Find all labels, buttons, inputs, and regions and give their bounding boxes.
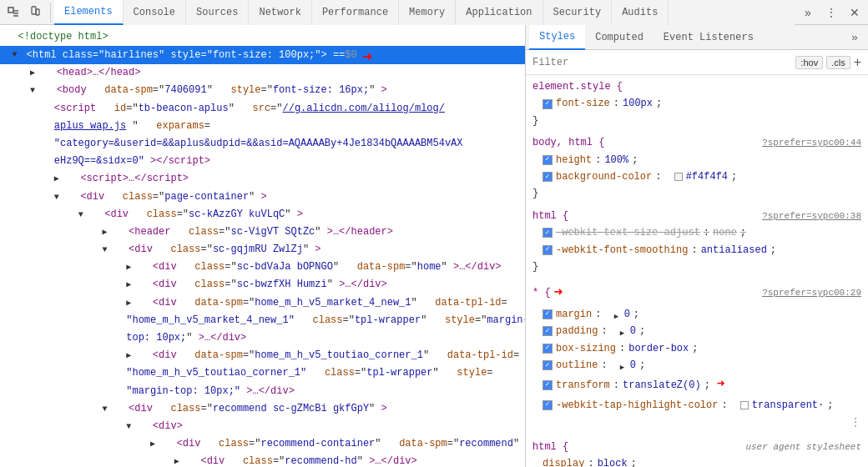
expand-arrow[interactable]: ▶ bbox=[150, 438, 159, 451]
tab-console[interactable]: Console bbox=[124, 0, 186, 25]
cls-button[interactable]: .cls bbox=[826, 56, 850, 69]
css-prop: transform : translateZ(0) ; ➜ bbox=[542, 374, 861, 396]
dom-line: "category=&userid=&&aplus&udpid=&&asid=A… bbox=[0, 135, 525, 153]
prop-checkbox[interactable] bbox=[542, 155, 553, 165]
inspect-button[interactable] bbox=[3, 3, 23, 23]
dom-line: ▶ <div data-spm="home_m_h_v5_toutiao_cor… bbox=[0, 347, 525, 364]
expand-arrow[interactable]: ▼ bbox=[54, 191, 63, 204]
tab-styles[interactable]: Styles bbox=[529, 25, 585, 50]
prop-checkbox[interactable] bbox=[542, 380, 553, 390]
dom-line: "home_m_h_v5_toutiao_corner_1" class="tp… bbox=[0, 364, 525, 382]
css-prop: background-color : #f4f4f4 ; bbox=[542, 168, 861, 185]
close-button[interactable]: ✕ bbox=[845, 3, 865, 23]
color-swatch[interactable] bbox=[674, 173, 683, 181]
expand-arrow[interactable]: ▼ bbox=[102, 244, 110, 257]
expand-arrow[interactable]: ▶ bbox=[30, 67, 38, 80]
expand-arrow[interactable]: ▶ bbox=[126, 297, 134, 310]
dom-line: <!doctype html> bbox=[0, 28, 525, 46]
expand-triangle[interactable]: ▶ bbox=[620, 328, 627, 334]
expand-arrow[interactable]: ▶ bbox=[54, 173, 63, 186]
prop-checkbox[interactable] bbox=[542, 309, 553, 319]
tab-network[interactable]: Network bbox=[249, 0, 311, 25]
dom-line: aplus_wap.js " exparams= bbox=[0, 118, 525, 135]
style-rule-html: html { ?sprefer=sypc00:38 -webkit-text-s… bbox=[532, 208, 861, 276]
dom-line: "home_m_h_v5_market_4_new_1" class="tpl-… bbox=[0, 312, 525, 329]
expand-arrow[interactable]: ▼ bbox=[30, 84, 38, 98]
dom-line: ▶ <div data-spm="home_m_h_v5_market_4_ne… bbox=[0, 294, 525, 312]
dom-line: <script id="tb-beacon-aplus" src="//g.al… bbox=[0, 100, 525, 118]
styles-panel: Styles Computed Event Listeners » :hov .… bbox=[526, 25, 868, 467]
rule-source[interactable]: ?sprefer=sypc00:44 bbox=[762, 135, 861, 151]
prop-checkbox[interactable] bbox=[542, 360, 553, 370]
tab-security[interactable]: Security bbox=[543, 0, 613, 25]
dom-line: ▶ <script>…</script> bbox=[0, 170, 525, 188]
dom-line: ▶ <div class="recommend-container" data-… bbox=[0, 435, 525, 453]
css-prop: margin : ▶ 0 ; bbox=[542, 306, 861, 323]
expand-arrow[interactable]: ▶ bbox=[126, 349, 134, 363]
prop-checkbox[interactable] bbox=[542, 245, 553, 255]
rule-source[interactable]: ?sprefer=sypc00:29 bbox=[762, 285, 861, 301]
red-arrow-star: ➜ bbox=[554, 280, 563, 306]
prop-checkbox[interactable] bbox=[542, 344, 553, 354]
svg-rect-4 bbox=[32, 7, 36, 14]
expand-arrow[interactable]: ▼ bbox=[78, 208, 87, 222]
dom-line: ▶ <div class="recommend-hd" >…</div> bbox=[0, 453, 525, 467]
dom-line: eHz9Q==&sidx=0" ></script> bbox=[0, 153, 525, 170]
expand-arrow[interactable]: ▶ bbox=[102, 226, 110, 239]
expand-arrow[interactable]: ▶ bbox=[126, 261, 134, 274]
style-rule-element: element.style { font-size : 100px ; } bbox=[532, 78, 861, 129]
tab-sources[interactable]: Sources bbox=[186, 0, 249, 25]
expand-arrow[interactable]: ▼ bbox=[102, 403, 110, 416]
expand-triangle[interactable]: ▶ bbox=[620, 362, 627, 369]
main-layout: <!doctype html> ▼ <html class="hairlines… bbox=[0, 25, 868, 467]
expand-arrow[interactable]: ▼ bbox=[126, 420, 134, 434]
style-rule-star: * { ➜ ?sprefer=sypc00:29 margin : ▶ 0 ; bbox=[532, 280, 861, 434]
color-swatch-transparent[interactable] bbox=[740, 401, 749, 409]
customize-button[interactable]: ⋮ bbox=[821, 3, 841, 23]
dom-line: ▼ <div class="page-container" > bbox=[0, 188, 525, 206]
more-options-button[interactable]: ⋮ bbox=[850, 414, 861, 434]
dom-line: ▼ <div class="recommend sc-gZMcBi gkfGpY… bbox=[0, 400, 525, 418]
dom-line: ▼ <div> bbox=[0, 418, 525, 435]
red-arrow-transform: ➜ bbox=[717, 374, 725, 396]
expand-triangle[interactable]: ▶ bbox=[614, 311, 621, 318]
filter-bar: :hov .cls + bbox=[526, 50, 868, 75]
devtools-toolbar: Elements Console Sources Network Perform… bbox=[0, 0, 868, 25]
add-style-button[interactable]: + bbox=[854, 55, 861, 70]
prop-checkbox[interactable] bbox=[542, 228, 553, 238]
prop-checkbox[interactable] bbox=[542, 172, 553, 182]
expand-arrow[interactable]: ▶ bbox=[174, 455, 183, 467]
dom-line-html[interactable]: ▼ <html class="hairlines" style="font-si… bbox=[0, 46, 525, 64]
css-prop: -webkit-font-smoothing : antialiased ; bbox=[542, 242, 861, 259]
tab-audits[interactable]: Audits bbox=[612, 0, 669, 25]
tab-application[interactable]: Application bbox=[456, 0, 542, 25]
expand-arrow[interactable]: ▼ bbox=[12, 48, 20, 62]
css-prop: height : 100% ; bbox=[542, 152, 861, 168]
filter-input[interactable] bbox=[532, 57, 792, 68]
tab-event-listeners[interactable]: Event Listeners bbox=[654, 25, 764, 50]
tab-computed[interactable]: Computed bbox=[585, 25, 654, 50]
more-right-tabs-button[interactable]: » bbox=[845, 28, 865, 48]
more-tabs-button[interactable]: » bbox=[798, 3, 818, 23]
tab-performance[interactable]: Performance bbox=[312, 0, 399, 25]
elements-panel: <!doctype html> ▼ <html class="hairlines… bbox=[0, 25, 526, 467]
dom-tree[interactable]: <!doctype html> ▼ <html class="hairlines… bbox=[0, 25, 525, 467]
styles-content: element.style { font-size : 100px ; } bo… bbox=[526, 75, 868, 467]
tab-elements[interactable]: Elements bbox=[54, 0, 124, 25]
expand-arrow[interactable]: ▶ bbox=[126, 279, 134, 292]
dom-line: ▼ <div class="sc-kAzzGY kuVLqC" > bbox=[0, 206, 525, 223]
prop-checkbox[interactable] bbox=[542, 99, 553, 109]
dom-line: ▶ <header class="sc-VigVT SQtZc" >…</hea… bbox=[0, 223, 525, 241]
prop-checkbox[interactable] bbox=[542, 326, 553, 336]
dom-line: ▼ <div class="sc-gqjmRU ZwlZj" > bbox=[0, 241, 525, 259]
style-rule-ua-html: html { user agent stylesheet display : b… bbox=[532, 439, 861, 467]
hov-button[interactable]: :hov bbox=[795, 56, 823, 69]
dom-line: ▶ <div class="sc-bwzfXH Humzi" >…</div> bbox=[0, 276, 525, 294]
device-button[interactable] bbox=[25, 3, 45, 23]
css-prop: font-size : 100px ; bbox=[542, 95, 861, 112]
dom-line: ▶ <head>…</head> bbox=[0, 64, 525, 82]
tab-memory[interactable]: Memory bbox=[399, 0, 456, 25]
prop-checkbox[interactable] bbox=[542, 400, 553, 410]
rule-source[interactable]: ?sprefer=sypc00:38 bbox=[762, 208, 861, 224]
css-prop: display : block ; bbox=[542, 455, 861, 467]
